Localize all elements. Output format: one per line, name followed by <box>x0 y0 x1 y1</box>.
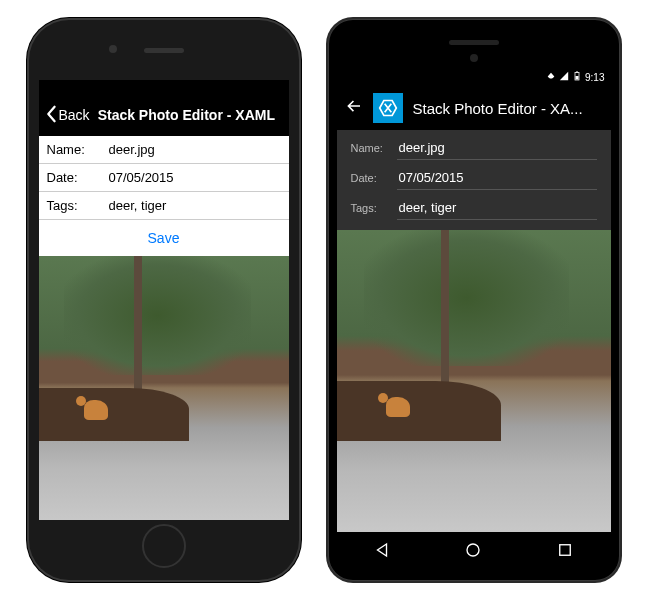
android-nav-recent-button[interactable] <box>556 541 574 563</box>
circle-home-icon <box>464 545 482 562</box>
android-camera-dot <box>470 54 478 62</box>
android-back-button[interactable] <box>345 97 363 119</box>
ios-name-row: Name: deer.jpg <box>39 136 289 164</box>
svg-point-3 <box>467 544 479 556</box>
svg-rect-2 <box>576 76 579 80</box>
ios-name-label: Name: <box>39 136 105 163</box>
ios-content-area: Name: deer.jpg Date: 07/05/2015 Tags: de… <box>39 136 289 520</box>
xamarin-logo-icon <box>373 93 403 123</box>
android-speaker <box>449 40 499 45</box>
android-date-row: Date: 07/05/2015 <box>337 160 611 190</box>
square-recent-icon <box>556 545 574 562</box>
ios-save-button[interactable]: Save <box>39 220 289 256</box>
iphone-home-button[interactable] <box>142 524 186 568</box>
android-tags-label: Tags: <box>351 202 397 220</box>
ios-name-input[interactable]: deer.jpg <box>105 136 289 163</box>
ios-date-input[interactable]: 07/05/2015 <box>105 164 289 191</box>
svg-rect-4 <box>560 545 571 556</box>
iphone-device-frame: Back Stack Photo Editor - XAML Name: dee… <box>29 20 299 580</box>
iphone-camera-dot <box>109 45 117 53</box>
android-photo-preview <box>337 230 611 532</box>
android-photo-container <box>337 220 611 532</box>
android-device-frame: 9:13 Stack Photo Editor - XA... Name: de… <box>329 20 619 580</box>
android-name-input[interactable]: deer.jpg <box>397 134 597 160</box>
iphone-speaker <box>144 48 184 53</box>
svg-rect-1 <box>576 72 578 73</box>
ios-photo-preview <box>39 256 289 520</box>
android-action-bar: Stack Photo Editor - XA... <box>337 86 611 130</box>
ios-page-title: Stack Photo Editor - XAML <box>98 107 275 123</box>
ios-navigation-bar: Back Stack Photo Editor - XAML <box>39 80 289 136</box>
battery-icon <box>572 71 582 83</box>
ios-date-row: Date: 07/05/2015 <box>39 164 289 192</box>
photo-deer-subject <box>84 400 108 420</box>
android-name-label: Name: <box>351 142 397 160</box>
ios-tags-row: Tags: deer, tiger <box>39 192 289 220</box>
photo-mulch-bed <box>39 388 189 441</box>
android-name-row: Name: deer.jpg <box>337 130 611 160</box>
ios-date-label: Date: <box>39 164 105 191</box>
ios-back-button[interactable]: Back <box>45 105 90 126</box>
android-navigation-bar <box>337 534 611 570</box>
arrow-left-icon <box>345 101 363 118</box>
ios-tags-label: Tags: <box>39 192 105 219</box>
wifi-icon <box>546 71 556 83</box>
android-date-label: Date: <box>351 172 397 190</box>
photo-tree-foliage <box>64 256 252 375</box>
android-tags-input[interactable]: deer, tiger <box>397 194 597 220</box>
android-screen: 9:13 Stack Photo Editor - XA... Name: de… <box>337 68 611 532</box>
android-status-bar: 9:13 <box>337 68 611 86</box>
ios-back-label: Back <box>59 107 90 123</box>
android-content-area: Name: deer.jpg Date: 07/05/2015 Tags: de… <box>337 130 611 532</box>
triangle-back-icon <box>373 545 391 562</box>
chevron-left-icon <box>45 105 59 126</box>
ios-tags-input[interactable]: deer, tiger <box>105 192 289 219</box>
photo-deer-subject <box>386 397 410 417</box>
android-nav-home-button[interactable] <box>464 541 482 563</box>
android-nav-back-button[interactable] <box>373 541 391 563</box>
status-time: 9:13 <box>585 72 604 83</box>
photo-mulch-bed <box>337 381 501 441</box>
android-tags-row: Tags: deer, tiger <box>337 190 611 220</box>
photo-tree-foliage <box>364 230 570 366</box>
signal-icon <box>559 71 569 83</box>
android-date-input[interactable]: 07/05/2015 <box>397 164 597 190</box>
android-page-title: Stack Photo Editor - XA... <box>413 100 583 117</box>
ios-screen: Back Stack Photo Editor - XAML Name: dee… <box>39 80 289 520</box>
